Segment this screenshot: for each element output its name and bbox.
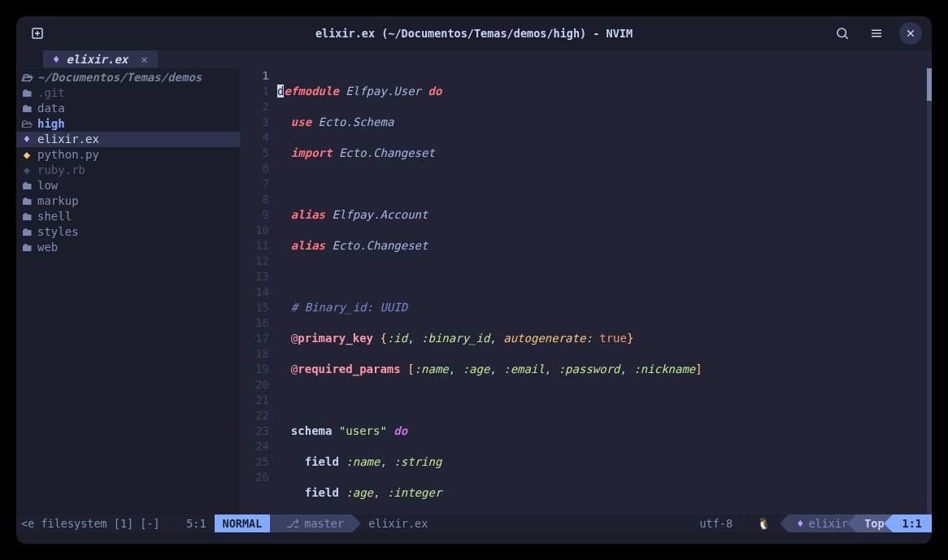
status-mode: NORMAL <box>215 514 271 532</box>
status-filename: elixir.ex <box>352 514 436 532</box>
tree-item-label: .git <box>37 85 65 101</box>
tree-folder[interactable]: 🖿low <box>16 178 240 193</box>
line-number: 16 <box>240 315 269 331</box>
line-number: 5 <box>240 145 269 161</box>
tree-folder[interactable]: 🖿data <box>16 101 240 116</box>
tree-folder[interactable]: 🖿.git <box>16 85 240 101</box>
tree-folder[interactable]: 🖿styles <box>16 224 240 240</box>
line-number: 15 <box>240 300 269 315</box>
tree-item-label: ruby.rb <box>37 163 85 178</box>
line-number: 11 <box>240 238 269 254</box>
tree-folder[interactable]: 🗁high <box>16 116 240 132</box>
line-number: 13 <box>240 269 269 284</box>
line-number: 1 <box>240 68 269 84</box>
folder-icon: 🖿 <box>21 193 33 209</box>
editor[interactable]: 1 12345678910111213141516171819202122232… <box>240 68 932 514</box>
tree-folder[interactable]: 🖿web <box>16 240 240 255</box>
line-number: 24 <box>240 439 269 454</box>
scrollbar-thumb[interactable] <box>927 68 932 101</box>
status-left: <e filesystem [1] [-] 5:1 <box>16 514 215 532</box>
line-number: 26 <box>240 470 269 485</box>
window-title: elixir.ex (~/Documentos/Temas/demos/high… <box>16 27 932 40</box>
line-number: 25 <box>240 454 269 470</box>
line-number: 1 <box>240 84 269 99</box>
status-filetype: ♦elixir <box>789 514 856 532</box>
tree-item-label: low <box>37 178 58 193</box>
tab-close-icon[interactable]: ✕ <box>141 53 147 66</box>
folder-open-icon: 🗁 <box>21 116 33 132</box>
statusline: <e filesystem [1] [-] 5:1 NORMAL ⎇master… <box>16 514 932 532</box>
line-number: 19 <box>240 362 269 377</box>
line-number: 17 <box>240 331 269 346</box>
tree-item-label: high <box>37 116 65 132</box>
scrollbar[interactable] <box>927 68 932 514</box>
titlebar: elixir.ex (~/Documentos/Temas/demos/high… <box>16 16 932 50</box>
tree-item-label: data <box>37 101 65 116</box>
tree-item-label: elixir.ex <box>37 132 99 147</box>
line-number: 22 <box>240 408 269 423</box>
tree-folder[interactable]: 🖿shell <box>16 209 240 224</box>
folder-icon: 🖿 <box>21 240 33 255</box>
status-os: 🐧 <box>749 514 779 532</box>
line-number: 10 <box>240 223 269 238</box>
line-number: 20 <box>240 377 269 393</box>
new-tab-button[interactable] <box>26 22 49 45</box>
elixir-icon: ♦ <box>21 132 33 147</box>
tree-item-label: web <box>37 240 58 255</box>
line-number: 3 <box>240 115 269 130</box>
line-number: 12 <box>240 254 269 269</box>
tree-item-label: python.py <box>37 147 99 163</box>
python-icon: ◆ <box>21 147 33 163</box>
svg-line-4 <box>845 36 848 39</box>
tree-item-label: shell <box>37 209 72 224</box>
close-button[interactable] <box>899 22 922 45</box>
terminal-window: elixir.ex (~/Documentos/Temas/demos/high… <box>16 16 932 544</box>
buffer-tabbar: ♦ elixir.ex ✕ <box>16 50 932 68</box>
status-encoding: utf-8 <box>691 514 739 532</box>
elixir-icon: ♦ <box>53 53 59 66</box>
tree-file[interactable]: ♦elixir.ex <box>16 132 240 147</box>
folder-icon: 🖿 <box>21 224 33 240</box>
tree-file[interactable]: ◈ruby.rb <box>16 163 240 178</box>
line-number: 7 <box>240 176 269 192</box>
line-number: 2 <box>240 99 269 115</box>
line-number: 4 <box>240 130 269 145</box>
tree-folder[interactable]: 🖿markup <box>16 193 240 209</box>
folder-open-icon: 🗁 <box>21 70 33 85</box>
status-git: ⎇master <box>270 514 352 532</box>
line-number: 6 <box>240 161 269 176</box>
code-area[interactable]: defmodule Elfpay.User do use Ecto.Schema… <box>277 68 927 514</box>
folder-icon: 🖿 <box>21 209 33 224</box>
folder-icon: 🖿 <box>21 85 33 101</box>
line-number: 18 <box>240 346 269 362</box>
svg-point-3 <box>837 28 846 37</box>
branch-icon: ⎇ <box>286 517 299 530</box>
tree-root[interactable]: 🗁~/Documentos/Temas/demos <box>16 70 240 85</box>
tree-item-label: styles <box>37 224 79 240</box>
main-area: 🗁~/Documentos/Temas/demos 🖿.git 🖿data 🗁h… <box>16 68 932 514</box>
line-gutter: 1 12345678910111213141516171819202122232… <box>240 68 277 514</box>
tree-file[interactable]: ◆python.py <box>16 147 240 163</box>
folder-icon: 🖿 <box>21 101 33 116</box>
linux-icon: 🐧 <box>757 517 771 530</box>
folder-icon: 🖿 <box>21 178 33 193</box>
line-number: 14 <box>240 284 269 300</box>
status-position: 1:1 <box>893 514 932 532</box>
tab-label: elixir.ex <box>66 53 128 66</box>
ruby-icon: ◈ <box>21 163 33 178</box>
file-tree[interactable]: 🗁~/Documentos/Temas/demos 🖿.git 🖿data 🗁h… <box>16 68 240 514</box>
tree-item-label: markup <box>37 193 79 209</box>
line-number: 21 <box>240 393 269 408</box>
search-button[interactable] <box>831 22 854 45</box>
elixir-icon: ♦ <box>797 517 803 530</box>
line-number: 8 <box>240 192 269 207</box>
line-number: 9 <box>240 207 269 223</box>
tab-elixir[interactable]: ♦ elixir.ex ✕ <box>43 50 158 67</box>
line-number: 23 <box>240 423 269 439</box>
menu-button[interactable] <box>865 22 888 45</box>
